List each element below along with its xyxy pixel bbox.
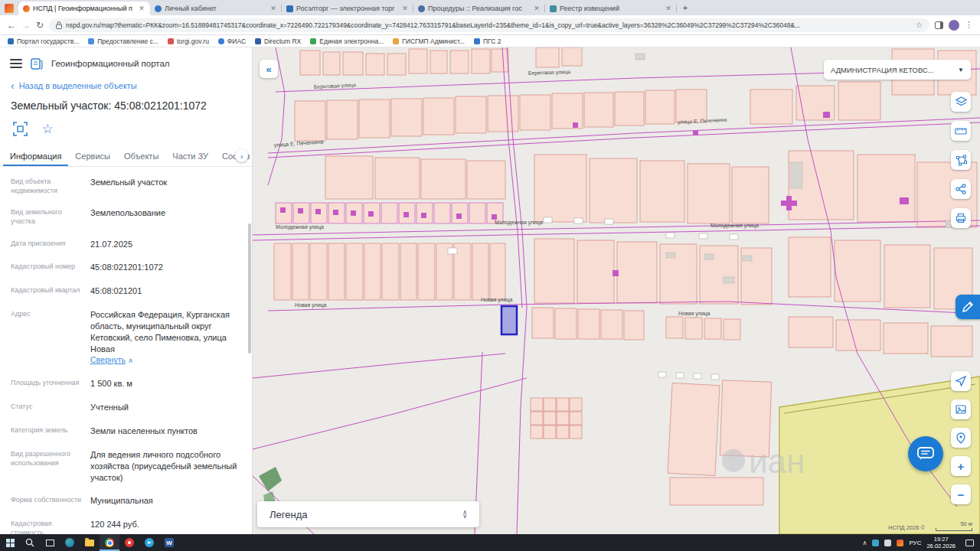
measure-button[interactable] xyxy=(951,121,971,141)
selected-parcel[interactable] xyxy=(501,306,517,334)
back-nav-icon[interactable]: ← xyxy=(7,21,16,30)
word-icon: W xyxy=(165,538,174,547)
basemap-canvas[interactable]: иан Береговая улица Береговая улица улиц… xyxy=(253,47,980,534)
favicon-icon xyxy=(155,5,162,12)
tab-information[interactable]: Информация xyxy=(3,145,68,166)
show-on-map-icon xyxy=(13,122,28,136)
tab-close-icon[interactable]: ✕ xyxy=(665,5,672,12)
menu-hamburger-icon[interactable] xyxy=(10,59,22,68)
refresh-icon[interactable]: ↻ xyxy=(36,21,44,30)
telegram-button[interactable] xyxy=(139,534,159,551)
favorite-button[interactable]: ☆ xyxy=(38,119,57,138)
clock-date: 26.02.2026 xyxy=(926,543,956,549)
scale-bar xyxy=(936,528,972,531)
tray-icon[interactable] xyxy=(897,540,903,546)
attribute-list: Вид объекта недвижимостиЗемельный участо… xyxy=(0,167,252,534)
tab-parcel-parts[interactable]: Части ЗУ xyxy=(165,145,215,166)
legend-expander-icon[interactable]: ∧∨ xyxy=(462,510,467,518)
field-row: Вид объекта недвижимостиЗемельный участо… xyxy=(0,171,252,201)
administration-dropdown[interactable]: АДМИНИСТРАЦИЯ КЕТОВС... ▼ xyxy=(824,60,971,80)
print-button[interactable] xyxy=(951,208,971,228)
browser-app-button[interactable] xyxy=(100,534,119,551)
bookmark-item[interactable]: ФИАС xyxy=(218,37,246,45)
field-row: Категория земельЗемли населенных пунктов xyxy=(0,419,252,443)
browser-app-icon xyxy=(105,538,114,547)
chevron-left-icon: ‹ xyxy=(11,82,15,90)
bookmark-item[interactable]: Directum RX xyxy=(255,37,301,45)
basemap-button[interactable] xyxy=(951,399,971,419)
browser-tab-cabinet[interactable]: Личный кабинет ✕ xyxy=(150,2,282,15)
tab-close-icon[interactable]: ✕ xyxy=(533,5,541,12)
new-tab-button[interactable]: + xyxy=(678,2,692,14)
tab-close-icon[interactable]: ✕ xyxy=(138,5,145,12)
browser-tab-strip: НСПД | Геоинформационный п ✕ Личный каби… xyxy=(0,0,980,15)
browser-tab-procedures[interactable]: Процедуры :: Реализация гос ✕ xyxy=(413,2,545,15)
zoom-out-button[interactable]: − xyxy=(951,484,971,504)
app-area: Геоинформационный портал ‹ Назад в выдел… xyxy=(0,47,980,534)
back-to-selected-link[interactable]: ‹ Назад в выделенные объекты xyxy=(0,77,252,92)
share-button[interactable] xyxy=(951,179,971,199)
url-bar[interactable]: nspd.gov.ru/map?thematic=РКК&zoom=16.518… xyxy=(49,18,929,32)
draw-tool-button[interactable] xyxy=(956,295,980,319)
legend-panel[interactable]: Легенда ∧∨ xyxy=(257,501,479,527)
file-explorer-button[interactable] xyxy=(80,534,100,551)
bookmark-item[interactable]: Предоставление с... xyxy=(88,37,158,45)
windows-logo-icon xyxy=(6,539,15,547)
tab-close-icon[interactable]: ✕ xyxy=(270,5,277,12)
browser-tab-roseltorg[interactable]: Росэлторг — электронная торг ✕ xyxy=(282,2,413,15)
bookmark-favicon-icon xyxy=(310,38,316,44)
bookmark-star-icon[interactable]: ☆ xyxy=(916,21,923,29)
search-button[interactable] xyxy=(20,534,40,551)
tray-chevron-icon[interactable]: ∧ xyxy=(863,540,867,546)
show-on-map-button[interactable] xyxy=(11,119,29,138)
collapse-panel-button[interactable]: « xyxy=(260,60,278,78)
forward-nav-icon[interactable]: → xyxy=(21,21,31,30)
browser-tab-nspd[interactable]: НСПД | Геоинформационный п ✕ xyxy=(18,2,150,15)
tray-icon[interactable] xyxy=(872,540,879,546)
image-icon xyxy=(956,404,966,415)
nspd-favicon-icon xyxy=(23,5,30,12)
zoom-in-button[interactable]: + xyxy=(951,456,971,476)
bookmark-item[interactable]: ГИСГМП Админист... xyxy=(393,37,465,45)
tab-title: НСПД | Геоинформационный п xyxy=(33,5,135,12)
bookmark-item[interactable]: Портал государств... xyxy=(8,37,79,45)
task-view-button[interactable] xyxy=(40,534,60,551)
street-label: Новая улица xyxy=(678,311,710,317)
telegram-icon xyxy=(145,538,154,547)
pen-icon xyxy=(962,301,974,313)
browser-toolbar: ← → ↻ nspd.gov.ru/map?thematic=РКК&zoom=… xyxy=(0,15,980,35)
profile-avatar[interactable] xyxy=(949,20,959,31)
word-button[interactable]: W xyxy=(159,534,179,551)
start-button[interactable] xyxy=(0,534,20,551)
collapse-address-link[interactable]: Свернуть xyxy=(90,355,126,364)
tab-title: Личный кабинет xyxy=(165,5,266,12)
tab-objects[interactable]: Объекты xyxy=(117,145,165,166)
tab-services[interactable]: Сервисы xyxy=(68,145,117,166)
task-view-icon xyxy=(46,540,54,546)
edge-app-button[interactable] xyxy=(60,534,80,551)
chat-icon xyxy=(917,447,934,461)
polygon-select-button[interactable] xyxy=(951,150,971,170)
scale-widget: 50 м xyxy=(936,520,972,531)
bookmark-item[interactable]: torgi.gov.ru xyxy=(168,37,209,45)
chat-support-button[interactable] xyxy=(908,436,943,471)
browser-menu-icon[interactable]: ⋮ xyxy=(965,20,973,30)
panel-scrollbar[interactable] xyxy=(248,223,251,354)
bookmark-item[interactable]: ПГС 2 xyxy=(474,37,501,45)
tab-close-icon[interactable]: ✕ xyxy=(401,5,409,12)
cadastral-map[interactable]: иан Береговая улица Береговая улица улиц… xyxy=(253,47,980,534)
url-text: nspd.gov.ru/map?thematic=РКК&zoom=16.518… xyxy=(66,21,912,29)
side-panel-icon[interactable] xyxy=(935,21,943,29)
tabs-scroll-button[interactable]: › xyxy=(235,149,248,162)
clock[interactable]: 19:27 26.02.2026 xyxy=(926,536,956,550)
layers-button[interactable] xyxy=(951,92,971,112)
parcel-title: Земельный участок: 45:08:021201:1072 xyxy=(0,92,252,118)
notification-center-icon[interactable] xyxy=(965,540,974,546)
bookmark-item[interactable]: Единая электронна... xyxy=(310,37,384,45)
locate-button[interactable] xyxy=(951,371,971,391)
yandex-browser-button[interactable] xyxy=(119,534,139,551)
tray-icon[interactable] xyxy=(884,540,891,546)
browser-tab-registry[interactable]: Реестр извещений ✕ xyxy=(545,2,677,15)
pin-button[interactable] xyxy=(951,428,971,448)
language-indicator[interactable]: РУС xyxy=(909,540,921,546)
